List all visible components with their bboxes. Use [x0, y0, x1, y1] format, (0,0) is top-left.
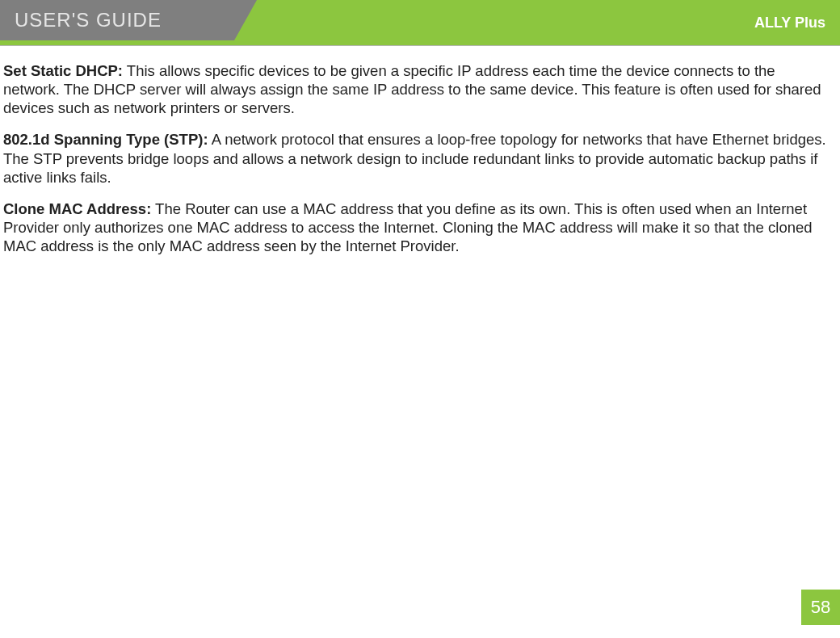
section-static-dhcp: Set Static DHCP: This allows specific de…: [3, 61, 832, 117]
header-divider: [0, 45, 840, 46]
section-label: Clone MAC Address:: [3, 200, 151, 217]
section-label: 802.1d Spanning Type (STP):: [3, 131, 208, 148]
section-stp: 802.1d Spanning Type (STP): A network pr…: [3, 130, 832, 186]
page-header: USER'S GUIDE ALLY Plus: [0, 0, 840, 45]
header-brand: ALLY Plus: [754, 0, 825, 45]
page-number: 58: [801, 590, 840, 625]
section-text: This allows specific devices to be given…: [3, 62, 821, 116]
content-area: Set Static DHCP: This allows specific de…: [0, 45, 840, 255]
section-clone-mac: Clone MAC Address: The Router can use a …: [3, 199, 832, 255]
header-title: USER'S GUIDE: [15, 9, 162, 31]
section-label: Set Static DHCP:: [3, 62, 123, 79]
page-number-value: 58: [811, 597, 830, 618]
header-tab: USER'S GUIDE: [0, 0, 234, 40]
